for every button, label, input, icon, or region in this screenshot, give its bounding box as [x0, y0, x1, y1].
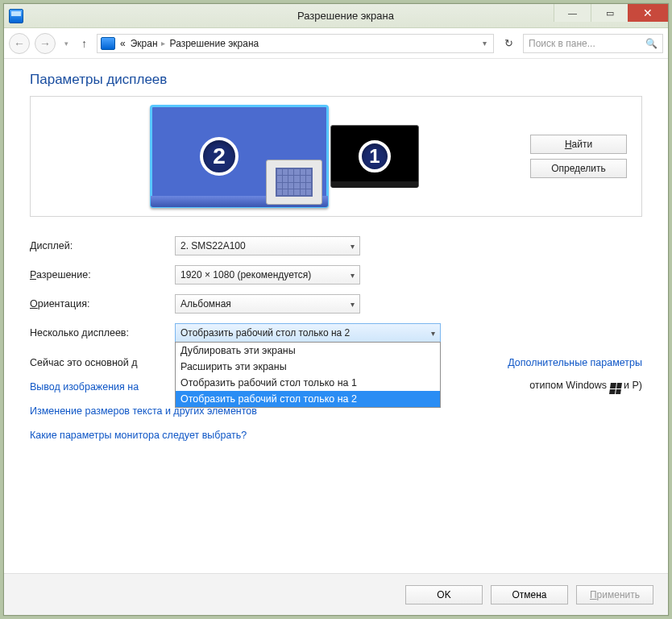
- ok-button[interactable]: OK: [405, 585, 483, 604]
- which-monitor-link[interactable]: Какие параметры монитора следует выбрать…: [30, 430, 247, 441]
- display-row: Дисплей: 2. SMS22A100 ▾: [30, 231, 642, 260]
- multi-display-option[interactable]: Дублировать эти экраны: [176, 343, 440, 359]
- close-button[interactable]: ✕: [628, 4, 668, 22]
- chevron-down-icon: ▾: [351, 242, 355, 251]
- titlebar[interactable]: Разрешение экрана — ▭ ✕: [4, 4, 668, 28]
- minimize-button[interactable]: —: [554, 4, 591, 22]
- path-icon: [101, 37, 115, 50]
- path-prefix: «: [120, 38, 126, 49]
- dialog-footer: OK Отмена Применить: [4, 573, 668, 615]
- chevron-right-icon: ▸: [161, 39, 165, 48]
- back-button[interactable]: ←: [9, 33, 30, 54]
- multi-display-option[interactable]: Отобразить рабочий стол только на 2: [176, 391, 440, 407]
- preview-side-buttons: Найти Определить: [530, 135, 627, 178]
- primary-display-text: Сейчас это основной д: [30, 357, 138, 368]
- multi-display-option[interactable]: Расширить эти экраны: [176, 359, 440, 375]
- multi-display-select[interactable]: Отобразить рабочий стол только на 2 ▾ Ду…: [175, 323, 441, 343]
- orientation-row: Ориентация: Альбомная ▾: [30, 289, 642, 318]
- windows-key-icon: [609, 383, 622, 394]
- window: Разрешение экрана — ▭ ✕ ← → ▾ ↑ « Экран▸…: [3, 3, 669, 616]
- monitor-number-badge: 2: [200, 137, 239, 176]
- monitor-2[interactable]: 2: [150, 105, 329, 208]
- address-bar[interactable]: « Экран▸ Разрешение экрана ▾: [97, 34, 494, 53]
- resolution-select[interactable]: 1920 × 1080 (рекомендуется) ▾: [175, 265, 360, 285]
- chevron-down-icon: ▾: [431, 329, 435, 338]
- page-title: Параметры дисплеев: [30, 72, 642, 88]
- breadcrumb-segment[interactable]: Разрешение экрана: [170, 38, 259, 49]
- orientation-label: Ориентация:: [30, 298, 175, 310]
- multi-display-option[interactable]: Отобразить рабочий стол только на 1: [176, 375, 440, 391]
- orientation-select[interactable]: Альбомная ▾: [175, 294, 360, 314]
- display-preview: 2 1 Найти Определить: [30, 96, 642, 217]
- multi-display-dropdown: Дублировать эти экраныРасширить эти экра…: [175, 342, 441, 408]
- advanced-settings-link[interactable]: Дополнительные параметры: [508, 357, 642, 368]
- refresh-button[interactable]: ↻: [499, 34, 518, 53]
- resolution-row: Разрешение: 1920 × 1080 (рекомендуется) …: [30, 260, 642, 289]
- nav-toolbar: ← → ▾ ↑ « Экран▸ Разрешение экрана ▾ ↻ П…: [4, 28, 668, 59]
- maximize-button[interactable]: ▭: [591, 4, 628, 22]
- chevron-down-icon: ▾: [351, 300, 355, 309]
- multi-display-label: Несколько дисплеев:: [30, 327, 175, 339]
- which-monitor-row: Какие параметры монитора следует выбрать…: [30, 423, 642, 447]
- monitor-number-badge: 1: [359, 140, 391, 172]
- monitors-layout[interactable]: 2 1: [45, 105, 524, 208]
- forward-button[interactable]: →: [35, 33, 56, 54]
- app-icon: [9, 9, 23, 23]
- identify-button[interactable]: Определить: [530, 159, 627, 178]
- projector-text-after: отипом Windows и P): [529, 380, 642, 395]
- cancel-button[interactable]: Отмена: [491, 585, 568, 604]
- monitor-1[interactable]: 1: [330, 125, 419, 188]
- search-icon: 🔍: [645, 38, 657, 49]
- window-buttons: — ▭ ✕: [554, 4, 668, 22]
- content-area: Параметры дисплеев 2 1 Найти Определить: [4, 59, 668, 573]
- apply-button[interactable]: Применить: [576, 585, 653, 604]
- history-dropdown-icon[interactable]: ▾: [60, 33, 72, 54]
- multi-display-row: Несколько дисплеев: Отобразить рабочий с…: [30, 318, 642, 347]
- find-button[interactable]: Найти: [530, 135, 627, 154]
- display-select[interactable]: 2. SMS22A100 ▾: [175, 236, 360, 255]
- search-placeholder: Поиск в пане...: [529, 38, 595, 49]
- up-button[interactable]: ↑: [77, 37, 92, 50]
- chevron-down-icon: ▾: [351, 271, 355, 280]
- resolution-label: Разрешение:: [30, 269, 175, 280]
- search-input[interactable]: Поиск в пане... 🔍: [523, 34, 663, 53]
- address-dropdown-icon[interactable]: ▾: [479, 39, 490, 48]
- breadcrumb-segment[interactable]: Экран▸: [131, 38, 165, 49]
- keyboard-icon: [266, 160, 322, 205]
- projector-link-part[interactable]: Вывод изображения на: [30, 381, 139, 393]
- display-label: Дисплей:: [30, 240, 175, 251]
